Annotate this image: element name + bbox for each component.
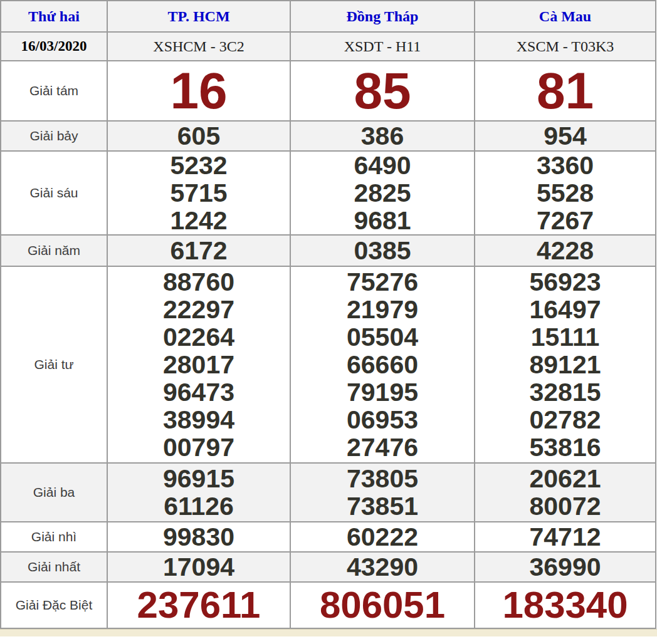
lottery-results-page: Thứ hai TP. HCM Đồng Tháp Cà Mau 16/03/2… (0, 0, 657, 636)
prize-number: 60222 (291, 523, 474, 551)
footer-strip (0, 629, 657, 636)
prize-number: 96915 (108, 465, 290, 492)
prize-number: 4228 (475, 237, 655, 264)
prize-number: 36990 (475, 553, 655, 581)
draw-code-tphcm: XSHCM - 3C2 (107, 32, 290, 61)
prize-values-cell: 16 (107, 61, 290, 121)
prize-number: 7267 (475, 207, 655, 234)
prize-row-8: Giải nhất170944329036990 (1, 552, 656, 582)
prize-number: 0385 (291, 237, 474, 264)
weekday-header: Thứ hai (1, 1, 107, 32)
prize-row-5: Giải tư887602229702264280179647338994007… (1, 266, 656, 463)
prize-number: 28017 (108, 351, 290, 378)
prize-values-cell: 43290 (290, 552, 475, 582)
prize-values-cell: 649028259681 (290, 151, 475, 235)
prize-values-cell: 6172 (107, 235, 290, 266)
lottery-results-table: Thứ hai TP. HCM Đồng Tháp Cà Mau 16/03/2… (0, 0, 656, 629)
draw-code-dongthap: XSDT - H11 (290, 32, 475, 61)
prize-number: 605 (108, 122, 290, 150)
region-header-camau: Cà Mau (475, 1, 656, 32)
prize-label: Giải tư (1, 266, 107, 463)
draw-date: 16/03/2020 (1, 32, 107, 61)
prize-label: Giải sáu (1, 151, 107, 235)
prize-number: 16497 (475, 296, 655, 323)
prize-values-cell: 74712 (475, 522, 656, 552)
prize-number: 88760 (108, 268, 290, 296)
prize-number: 2825 (291, 179, 474, 207)
prize-number: 237611 (108, 583, 290, 627)
prize-values-cell: 336055287267 (475, 151, 656, 235)
prize-values-cell: 17094 (107, 552, 290, 582)
prize-number: 73805 (291, 465, 474, 492)
prize-number: 85 (291, 61, 474, 120)
prize-number: 22297 (108, 296, 290, 323)
prize-number: 27476 (291, 434, 474, 461)
prize-number: 20621 (475, 465, 655, 492)
prize-number: 38994 (108, 406, 290, 434)
prize-values-cell: 88760222970226428017964733899400797 (107, 266, 290, 463)
prize-table-body: Giải tám168581Giải bảy605386954Giải sáu5… (1, 61, 656, 628)
prize-number: 16 (108, 61, 290, 120)
prize-values-cell: 7380573851 (290, 463, 475, 522)
prize-number: 954 (475, 122, 655, 150)
prize-number: 81 (475, 61, 655, 120)
prize-values-cell: 56923164971511189121328150278253816 (475, 266, 656, 463)
prize-number: 75276 (291, 268, 474, 296)
prize-number: 3360 (475, 152, 655, 179)
prize-values-cell: 81 (475, 61, 656, 121)
prize-number: 73851 (291, 492, 474, 520)
prize-values-cell: 605 (107, 121, 290, 151)
prize-row-9: Giải Đặc Biệt237611806051183340 (1, 582, 656, 628)
region-header-dongthap: Đồng Tháp (290, 1, 475, 32)
prize-number: 386 (291, 122, 474, 150)
prize-values-cell: 954 (475, 121, 656, 151)
prize-number: 17094 (108, 553, 290, 581)
prize-number: 00797 (108, 434, 290, 461)
prize-number: 99830 (108, 523, 290, 551)
prize-values-cell: 0385 (290, 235, 475, 266)
prize-number: 6490 (291, 152, 474, 179)
prize-number: 1242 (108, 207, 290, 234)
prize-number: 5528 (475, 179, 655, 207)
prize-number: 80072 (475, 492, 655, 520)
prize-row-3: Giải sáu52325715124264902825968133605528… (1, 151, 656, 235)
prize-values-cell: 4228 (475, 235, 656, 266)
prize-values-cell: 85 (290, 61, 475, 121)
prize-row-2: Giải bảy605386954 (1, 121, 656, 151)
prize-number: 5232 (108, 152, 290, 179)
prize-number: 15111 (475, 323, 655, 351)
prize-label: Giải Đặc Biệt (1, 582, 107, 628)
prize-number: 183340 (475, 583, 655, 627)
draw-code-row: 16/03/2020 XSHCM - 3C2 XSDT - H11 XSCM -… (1, 32, 656, 61)
prize-number: 6172 (108, 237, 290, 264)
prize-values-cell: 2062180072 (475, 463, 656, 522)
prize-number: 61126 (108, 492, 290, 520)
prize-values-cell: 523257151242 (107, 151, 290, 235)
prize-row-4: Giải năm617203854228 (1, 235, 656, 266)
prize-number: 89121 (475, 351, 655, 378)
prize-number: 74712 (475, 523, 655, 551)
prize-number: 21979 (291, 296, 474, 323)
prize-label: Giải năm (1, 235, 107, 266)
region-header-row: Thứ hai TP. HCM Đồng Tháp Cà Mau (1, 1, 656, 32)
prize-row-7: Giải nhì998306022274712 (1, 522, 656, 552)
prize-label: Giải nhất (1, 552, 107, 582)
prize-number: 05504 (291, 323, 474, 351)
prize-values-cell: 75276219790550466660791950695327476 (290, 266, 475, 463)
prize-number: 32815 (475, 378, 655, 406)
prize-row-6: Giải ba969156112673805738512062180072 (1, 463, 656, 522)
prize-number: 79195 (291, 378, 474, 406)
prize-label: Giải ba (1, 463, 107, 522)
prize-values-cell: 183340 (475, 582, 656, 628)
prize-number: 96473 (108, 378, 290, 406)
prize-values-cell: 237611 (107, 582, 290, 628)
prize-values-cell: 9691561126 (107, 463, 290, 522)
prize-number: 43290 (291, 553, 474, 581)
prize-values-cell: 99830 (107, 522, 290, 552)
prize-number: 53816 (475, 434, 655, 461)
prize-number: 56923 (475, 268, 655, 296)
prize-values-cell: 36990 (475, 552, 656, 582)
prize-number: 06953 (291, 406, 474, 434)
prize-row-1: Giải tám168581 (1, 61, 656, 121)
prize-number: 5715 (108, 179, 290, 207)
